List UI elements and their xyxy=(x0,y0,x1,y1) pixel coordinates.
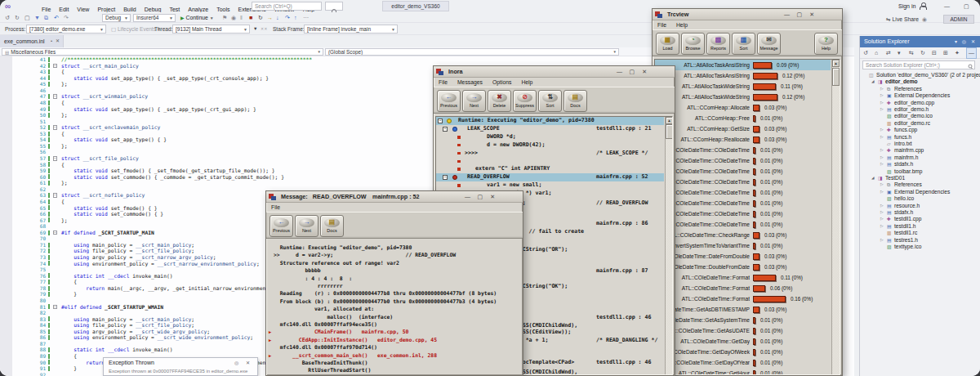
nav-forward-icon[interactable]: ↻ xyxy=(15,12,20,23)
tree-item[interactable]: ▷▤editor_demo.h xyxy=(860,106,980,113)
trcview-function-row[interactable]: ATL::COleDateTime::Format0.11 (0%) xyxy=(655,272,831,283)
fold-marker-icon[interactable]: − xyxy=(53,231,58,235)
suppress-button[interactable]: ⊘Suppress xyxy=(513,90,537,112)
trcview-function-row[interactable]: ATL::COleDateTime::COleDateTime0.01 (0%) xyxy=(655,198,831,208)
close-button[interactable]: ✕ xyxy=(809,9,814,20)
trcview-function-row[interactable]: ATL::COleDateTime::Format0.16 (0%) xyxy=(655,293,831,304)
close-tab-icon[interactable]: ✕ xyxy=(56,35,60,47)
tree-item[interactable]: ▷⧉References xyxy=(860,181,980,188)
trcview-function-row[interactable]: ATL::CComHeap::Reallocate0.03 (0%) xyxy=(655,134,831,145)
menu-messages[interactable]: Messages xyxy=(452,79,488,85)
thread-combo[interactable]: [9132] Main Thread▼ xyxy=(172,25,250,34)
expand-icon[interactable]: ▷ xyxy=(880,127,884,133)
trcview-function-row[interactable]: ATL::AtlAllocTaskAnsiString0.12 (0%) xyxy=(655,70,831,81)
trcview-titlebar[interactable]: Trcview —▢✕ xyxy=(653,9,842,20)
trcview-function-row[interactable]: ATL::COleDateTime::ConvertSystemTimeToVa… xyxy=(655,240,831,251)
expand-icon[interactable]: ▷ xyxy=(880,100,884,106)
tree-item[interactable]: ▷▣External Dependencies xyxy=(860,189,980,195)
trcview-function-row[interactable]: ATL::AtlAllocTaskAnsiString0.09 (0%) xyxy=(655,60,831,70)
maximize-button[interactable]: ▢ xyxy=(796,9,802,20)
expand-icon[interactable]: ▷ xyxy=(880,154,884,161)
tree-item[interactable]: ▷✚testdll1.cpp xyxy=(860,216,980,222)
properties-icon[interactable]: ✦ xyxy=(955,47,960,59)
trcview-function-row[interactable]: ATL::COleDateTime::CheckRange0.03 (0%) xyxy=(655,230,831,240)
tab-exe-common-inl[interactable]: exe_common.inl • ✕ xyxy=(0,35,64,47)
tree-item[interactable]: ▷✚funcs.cpp xyxy=(860,127,980,133)
inora-message-row[interactable]: var1 = new small; xyxy=(436,181,664,190)
back-icon[interactable]: ↺ xyxy=(863,47,868,59)
tree-item[interactable]: ▷▤stdafx.h xyxy=(860,161,980,168)
menu-help[interactable]: Help xyxy=(671,22,693,28)
sign-in-button[interactable]: Sign in xyxy=(898,0,926,12)
expander-icon[interactable]: − xyxy=(438,119,443,123)
trcview-function-row[interactable]: ATL::COleDateTime::GetHour0.01 (0%) xyxy=(655,368,831,375)
nav-backward-icon[interactable]: ↺ xyxy=(5,12,10,23)
feedback-pin-icon[interactable]: ◉ xyxy=(922,16,927,22)
restart-icon[interactable]: ↻ xyxy=(258,12,263,23)
docs-button[interactable]: ▤Docs xyxy=(320,215,344,237)
solution-configuration-combo[interactable]: Debug▼ xyxy=(102,14,131,22)
trcview-function-row[interactable]: ATL::COleDateTime::COleDateTime0.01 (0%) xyxy=(655,219,831,230)
refresh-icon[interactable]: ↻ xyxy=(920,47,925,59)
load-button[interactable]: ▦Load xyxy=(656,33,679,55)
new-file-icon[interactable]: ▢ xyxy=(24,12,30,23)
expand-icon[interactable]: ▷ xyxy=(880,181,884,188)
tree-item[interactable]: ▷▤resource.h xyxy=(860,203,980,209)
home-icon[interactable]: ⌂ xyxy=(875,47,878,59)
tree-item[interactable]: ▱intro.txt xyxy=(860,141,980,147)
inora-message-row[interactable]: −LEAK_SCOPEtestdll1.cpp : 21 xyxy=(436,125,664,133)
expand-icon[interactable]: ▷ xyxy=(880,161,884,168)
inora-message-row[interactable]: DWORD *d; xyxy=(436,133,664,141)
expander-icon[interactable]: − xyxy=(443,127,448,132)
next-button[interactable]: →Next xyxy=(462,90,486,112)
search-icon[interactable] xyxy=(325,2,343,11)
sort-button[interactable]: ⇅Sort xyxy=(538,90,562,112)
diagnostics-icon[interactable]: ◉ xyxy=(231,12,236,23)
inora-message-row[interactable]: extern "C" int APIENTRY xyxy=(436,165,664,173)
stop-debugging-icon[interactable]: ■ xyxy=(249,12,252,23)
scroll-up-icon[interactable]: ▲ xyxy=(832,60,840,67)
fold-marker-icon[interactable]: − xyxy=(53,305,58,310)
stack-frame-line[interactable]: __scrt_common_main_seh() exe_common.inl,… xyxy=(274,352,437,360)
inora-message-row[interactable]: d = new DWORD(42); xyxy=(436,141,664,150)
trcview-function-row[interactable]: ATL::COleDateTime::COleDateTime0.01 (0%) xyxy=(655,208,831,219)
inora-message-row[interactable] xyxy=(436,158,664,166)
step-out-icon[interactable]: ↑ xyxy=(294,12,297,23)
help-button[interactable]: ?Help xyxy=(814,33,838,55)
inora-titlebar[interactable]: Inora —▢✕ xyxy=(434,66,675,78)
previous-button[interactable]: ←Previous xyxy=(437,90,461,112)
trcview-function-row[interactable]: ATL::COleDateTime::COleDateTime0.01 (0%) xyxy=(655,177,831,187)
expand-icon[interactable]: ▷ xyxy=(880,216,884,222)
expand-icon[interactable]: ▷ xyxy=(880,203,884,209)
trcview-function-row[interactable]: ATL::COleDateTime::GetAsUDATE0.01 (0%) xyxy=(655,325,831,336)
tree-item[interactable]: ◫Solution 'editor_demo_VS360' (2 of 2 pr… xyxy=(860,72,980,78)
restore-button[interactable]: ▢ xyxy=(964,0,969,12)
trcview-function-row[interactable]: ATL::CComHeap::GetSize0.03 (0%) xyxy=(655,123,831,134)
window-position-icon[interactable]: ▾ xyxy=(955,36,957,47)
solution-explorer-search[interactable]: Search Solution Explorer (Ctrl+;) xyxy=(862,60,975,69)
menu-file[interactable]: File xyxy=(653,22,671,28)
scroll-up-icon[interactable]: ▲ xyxy=(666,117,673,124)
trcview-scrollbar[interactable]: ▲ xyxy=(831,60,840,374)
expand-icon[interactable]: ▷ xyxy=(880,86,884,92)
expand-icon[interactable]: ▷ xyxy=(880,223,884,230)
menu-file[interactable]: File xyxy=(434,79,452,85)
fold-marker-icon[interactable]: − xyxy=(53,156,58,161)
tree-item[interactable]: ▨texttype.ico xyxy=(860,244,980,250)
save-icon[interactable]: ▼ xyxy=(34,12,40,23)
message-titlebar[interactable]: Message: READ_OVERFLOW mainfrm.cpp : 52 … xyxy=(266,191,523,203)
tree-item[interactable]: ▨toolbar.bmp xyxy=(860,168,980,175)
trcview-function-row[interactable]: ATL::COleDateTime::GetDayOfWeek0.01 (0%) xyxy=(655,347,831,357)
tree-item[interactable]: ▷▤testres1.h xyxy=(860,237,980,244)
project-dropdown[interactable]: ▤Miscellaneous Files▼ xyxy=(2,48,323,56)
trcview-function-row[interactable]: ATL::COleDateTime::GetAsSystemTime0.01 (… xyxy=(655,315,831,325)
trcview-function-row[interactable]: ATL::CComHeap::Allocate0.03 (0%) xyxy=(655,102,831,113)
inora-message-row[interactable]: −Runtime: Executing "editor_demo", pid=7… xyxy=(436,117,664,125)
close-button[interactable]: ✕ xyxy=(490,191,495,203)
minimize-button[interactable]: — xyxy=(465,191,470,203)
stack-frame-combo[interactable]: [Inline Frame] invoke_main▼ xyxy=(304,25,398,34)
vs-search-box[interactable]: Search (Ctrl+Q) xyxy=(252,2,322,11)
delete-button[interactable]: ✖Delete xyxy=(488,90,511,112)
maximize-button[interactable]: ▢ xyxy=(477,191,483,203)
expand-icon[interactable]: ▷ xyxy=(880,189,884,195)
